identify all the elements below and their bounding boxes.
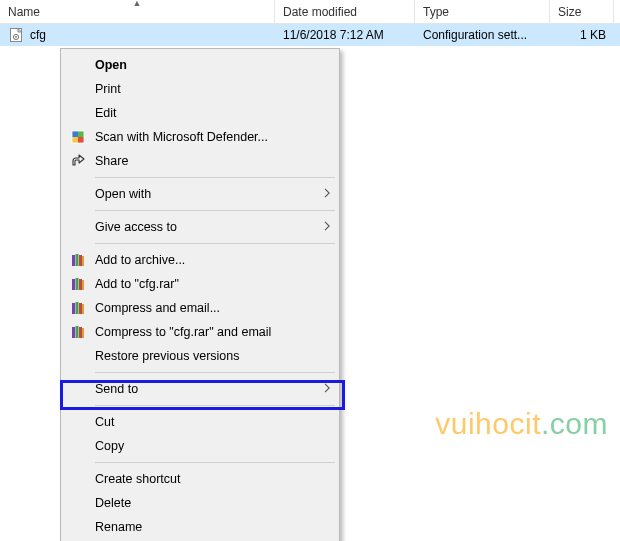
menu-give-access[interactable]: Give access to bbox=[63, 215, 337, 239]
blank-icon bbox=[67, 217, 89, 237]
menu-cut[interactable]: Cut bbox=[63, 410, 337, 434]
blank-icon bbox=[67, 103, 89, 123]
blank-icon bbox=[67, 55, 89, 75]
menu-edit[interactable]: Edit bbox=[63, 101, 337, 125]
config-file-icon bbox=[8, 27, 24, 43]
menu-label: Cut bbox=[89, 415, 331, 429]
menu-separator bbox=[95, 210, 335, 211]
column-header-size[interactable]: Size bbox=[550, 0, 614, 23]
cell-size: 1 KB bbox=[550, 28, 614, 42]
svg-rect-11 bbox=[82, 256, 84, 266]
menu-label: Scan with Microsoft Defender... bbox=[89, 130, 331, 144]
menu-restore-versions[interactable]: Restore previous versions bbox=[63, 344, 337, 368]
column-header-date[interactable]: Date modified bbox=[275, 0, 415, 23]
menu-label: Give access to bbox=[89, 220, 315, 234]
menu-label: Print bbox=[89, 82, 331, 96]
column-header-type[interactable]: Type bbox=[415, 0, 550, 23]
menu-send-to[interactable]: Send to bbox=[63, 377, 337, 401]
menu-share[interactable]: Share bbox=[63, 149, 337, 173]
svg-rect-23 bbox=[82, 328, 84, 338]
menu-label: Add to archive... bbox=[89, 253, 331, 267]
cell-name: cfg bbox=[0, 27, 275, 43]
menu-add-to-cfg-rar[interactable]: Add to "cfg.rar" bbox=[63, 272, 337, 296]
watermark-part-b: .com bbox=[541, 407, 608, 440]
column-header-name[interactable]: Name ▲ bbox=[0, 0, 275, 23]
file-row[interactable]: cfg 11/6/2018 7:12 AM Configuration sett… bbox=[0, 24, 620, 46]
menu-separator bbox=[95, 372, 335, 373]
blank-icon bbox=[67, 79, 89, 99]
defender-shield-icon bbox=[67, 127, 89, 147]
menu-rename[interactable]: Rename bbox=[63, 515, 337, 539]
menu-separator bbox=[95, 405, 335, 406]
svg-rect-19 bbox=[82, 304, 84, 314]
menu-label: Compress to "cfg.rar" and email bbox=[89, 325, 331, 339]
svg-rect-5 bbox=[72, 137, 78, 143]
cell-type: Configuration sett... bbox=[415, 28, 550, 42]
menu-scan-defender[interactable]: Scan with Microsoft Defender... bbox=[63, 125, 337, 149]
menu-separator bbox=[95, 177, 335, 178]
column-label: Size bbox=[558, 5, 581, 19]
menu-delete[interactable]: Delete bbox=[63, 491, 337, 515]
file-size: 1 KB bbox=[580, 28, 606, 42]
cell-date: 11/6/2018 7:12 AM bbox=[275, 28, 415, 42]
menu-label: Share bbox=[89, 154, 331, 168]
watermark-part-a: vuihocit bbox=[435, 407, 541, 440]
winrar-books-icon bbox=[67, 250, 89, 270]
blank-icon bbox=[67, 469, 89, 489]
menu-copy[interactable]: Copy bbox=[63, 434, 337, 458]
svg-rect-17 bbox=[76, 302, 79, 314]
menu-label: Restore previous versions bbox=[89, 349, 331, 363]
menu-label: Add to "cfg.rar" bbox=[89, 277, 331, 291]
menu-add-to-archive[interactable]: Add to archive... bbox=[63, 248, 337, 272]
column-header-row: Name ▲ Date modified Type Size bbox=[0, 0, 620, 24]
watermark-text: vuihocit.com bbox=[435, 407, 608, 441]
winrar-books-icon bbox=[67, 298, 89, 318]
svg-rect-20 bbox=[72, 327, 75, 338]
blank-icon bbox=[67, 436, 89, 456]
menu-label: Edit bbox=[89, 106, 331, 120]
submenu-chevron-icon bbox=[315, 220, 331, 234]
column-label: Date modified bbox=[283, 5, 357, 19]
menu-label: Copy bbox=[89, 439, 331, 453]
file-name: cfg bbox=[30, 28, 46, 42]
menu-label: Open bbox=[89, 58, 331, 72]
svg-rect-6 bbox=[78, 137, 84, 143]
column-label: Type bbox=[423, 5, 449, 19]
menu-label: Open with bbox=[89, 187, 315, 201]
menu-separator bbox=[95, 462, 335, 463]
svg-rect-12 bbox=[72, 279, 75, 290]
blank-icon bbox=[67, 379, 89, 399]
menu-open[interactable]: Open bbox=[63, 53, 337, 77]
column-label: Name bbox=[8, 5, 40, 19]
menu-compress-email[interactable]: Compress and email... bbox=[63, 296, 337, 320]
svg-rect-15 bbox=[82, 280, 84, 290]
file-type: Configuration sett... bbox=[423, 28, 527, 42]
blank-icon bbox=[67, 346, 89, 366]
submenu-chevron-icon bbox=[315, 187, 331, 201]
blank-icon bbox=[67, 184, 89, 204]
menu-compress-cfg-email[interactable]: Compress to "cfg.rar" and email bbox=[63, 320, 337, 344]
svg-rect-18 bbox=[79, 303, 82, 314]
blank-icon bbox=[67, 493, 89, 513]
svg-rect-13 bbox=[76, 278, 79, 290]
menu-separator bbox=[95, 243, 335, 244]
menu-create-shortcut[interactable]: Create shortcut bbox=[63, 467, 337, 491]
menu-label: Delete bbox=[89, 496, 331, 510]
menu-print[interactable]: Print bbox=[63, 77, 337, 101]
menu-label: Compress and email... bbox=[89, 301, 331, 315]
menu-open-with[interactable]: Open with bbox=[63, 182, 337, 206]
menu-label: Rename bbox=[89, 520, 331, 534]
share-icon bbox=[67, 151, 89, 171]
svg-rect-9 bbox=[76, 254, 79, 266]
svg-rect-3 bbox=[72, 131, 78, 137]
svg-rect-10 bbox=[79, 255, 82, 266]
svg-rect-14 bbox=[79, 279, 82, 290]
sort-ascending-icon: ▲ bbox=[133, 0, 142, 8]
svg-point-2 bbox=[15, 36, 17, 38]
file-date: 11/6/2018 7:12 AM bbox=[283, 28, 384, 42]
svg-rect-4 bbox=[78, 131, 84, 137]
menu-label: Send to bbox=[89, 382, 315, 396]
svg-rect-16 bbox=[72, 303, 75, 314]
context-menu: Open Print Edit Scan with Microsoft Defe… bbox=[60, 48, 340, 541]
submenu-chevron-icon bbox=[315, 382, 331, 396]
